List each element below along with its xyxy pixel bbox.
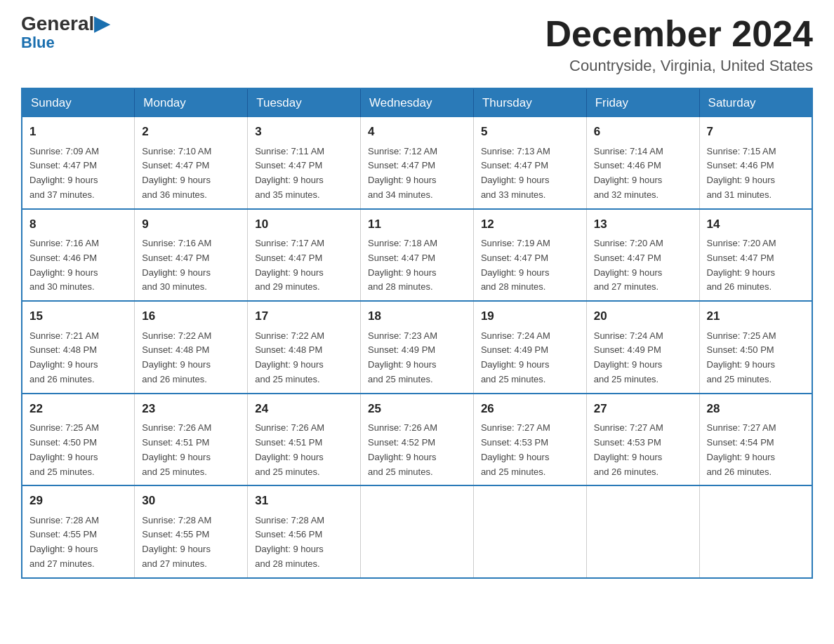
daylight-text: Daylight: 9 hours	[481, 267, 550, 278]
sunset-text: Sunset: 4:54 PM	[707, 437, 774, 448]
calendar-week-row: 8Sunrise: 7:16 AMSunset: 4:46 PMDaylight…	[22, 209, 812, 302]
day-info: Sunrise: 7:24 AMSunset: 4:49 PMDaylight:…	[594, 329, 692, 387]
sunrise-text: Sunrise: 7:10 AM	[142, 146, 211, 156]
sunset-text: Sunset: 4:51 PM	[142, 437, 209, 448]
logo: General▶ Blue	[21, 14, 110, 52]
daylight-text2: and 25 minutes.	[29, 467, 95, 477]
daylight-text2: and 26 minutes.	[707, 467, 772, 477]
day-number: 26	[481, 400, 579, 418]
sunset-text: Sunset: 4:55 PM	[29, 529, 97, 539]
daylight-text2: and 25 minutes.	[368, 374, 433, 384]
day-number: 12	[481, 215, 579, 234]
day-number: 23	[142, 400, 240, 418]
sunset-text: Sunset: 4:48 PM	[255, 344, 322, 355]
sunrise-text: Sunrise: 7:27 AM	[594, 422, 663, 433]
daylight-text: Daylight: 9 hours	[142, 544, 211, 554]
calendar-day-cell: 12Sunrise: 7:19 AMSunset: 4:47 PMDayligh…	[473, 209, 586, 302]
logo-general-word: General	[21, 13, 94, 34]
day-info: Sunrise: 7:28 AMSunset: 4:55 PMDaylight:…	[29, 514, 127, 572]
sunrise-text: Sunrise: 7:24 AM	[594, 330, 663, 341]
daylight-text2: and 26 minutes.	[142, 374, 207, 384]
day-info: Sunrise: 7:26 AMSunset: 4:52 PMDaylight:…	[368, 421, 466, 479]
daylight-text: Daylight: 9 hours	[481, 359, 550, 370]
calendar-day-cell: 24Sunrise: 7:26 AMSunset: 4:51 PMDayligh…	[248, 394, 361, 486]
daylight-text2: and 27 minutes.	[29, 558, 95, 569]
sunrise-text: Sunrise: 7:16 AM	[142, 238, 211, 248]
day-number: 25	[368, 400, 466, 418]
daylight-text2: and 25 minutes.	[707, 374, 772, 384]
calendar-day-cell: 14Sunrise: 7:20 AMSunset: 4:47 PMDayligh…	[699, 209, 812, 302]
day-info: Sunrise: 7:27 AMSunset: 4:53 PMDaylight:…	[481, 421, 579, 479]
day-info: Sunrise: 7:21 AMSunset: 4:48 PMDaylight:…	[29, 329, 127, 387]
daylight-text: Daylight: 9 hours	[255, 267, 324, 278]
daylight-text: Daylight: 9 hours	[142, 452, 211, 462]
calendar-day-cell: 2Sunrise: 7:10 AMSunset: 4:47 PMDaylight…	[135, 117, 248, 209]
day-info: Sunrise: 7:19 AMSunset: 4:47 PMDaylight:…	[481, 236, 579, 295]
calendar-empty-cell	[361, 485, 474, 578]
sunset-text: Sunset: 4:48 PM	[29, 344, 97, 355]
calendar-day-cell: 22Sunrise: 7:25 AMSunset: 4:50 PMDayligh…	[22, 394, 135, 486]
daylight-text: Daylight: 9 hours	[255, 359, 324, 370]
sunrise-text: Sunrise: 7:25 AM	[707, 330, 776, 341]
sunrise-text: Sunrise: 7:26 AM	[142, 422, 211, 433]
daylight-text2: and 36 minutes.	[142, 189, 207, 200]
sunset-text: Sunset: 4:55 PM	[142, 529, 209, 539]
day-number: 13	[594, 215, 692, 234]
day-info: Sunrise: 7:25 AMSunset: 4:50 PMDaylight:…	[707, 329, 805, 387]
calendar-empty-cell	[473, 485, 586, 578]
day-info: Sunrise: 7:20 AMSunset: 4:47 PMDaylight:…	[594, 236, 692, 295]
day-number: 21	[707, 307, 805, 326]
daylight-text: Daylight: 9 hours	[142, 175, 211, 185]
day-info: Sunrise: 7:28 AMSunset: 4:55 PMDaylight:…	[142, 514, 240, 572]
calendar-day-cell: 8Sunrise: 7:16 AMSunset: 4:46 PMDaylight…	[22, 209, 135, 302]
sunset-text: Sunset: 4:50 PM	[29, 437, 97, 448]
calendar-day-cell: 5Sunrise: 7:13 AMSunset: 4:47 PMDaylight…	[473, 117, 586, 209]
sunset-text: Sunset: 4:56 PM	[255, 529, 322, 539]
daylight-text2: and 25 minutes.	[594, 374, 659, 384]
logo-blue-accent: ▶	[94, 13, 110, 34]
day-info: Sunrise: 7:09 AMSunset: 4:47 PMDaylight:…	[29, 145, 127, 203]
calendar-day-cell: 20Sunrise: 7:24 AMSunset: 4:49 PMDayligh…	[586, 301, 699, 394]
daylight-text: Daylight: 9 hours	[594, 267, 663, 278]
day-info: Sunrise: 7:12 AMSunset: 4:47 PMDaylight:…	[368, 145, 466, 203]
sunrise-text: Sunrise: 7:26 AM	[368, 422, 437, 433]
sunset-text: Sunset: 4:47 PM	[29, 160, 97, 170]
sunrise-text: Sunrise: 7:23 AM	[368, 330, 437, 341]
sunrise-text: Sunrise: 7:28 AM	[255, 515, 324, 525]
calendar-day-cell: 3Sunrise: 7:11 AMSunset: 4:47 PMDaylight…	[248, 117, 361, 209]
sunset-text: Sunset: 4:47 PM	[368, 160, 435, 170]
calendar-day-cell: 16Sunrise: 7:22 AMSunset: 4:48 PMDayligh…	[135, 301, 248, 394]
daylight-text: Daylight: 9 hours	[707, 452, 776, 462]
daylight-text: Daylight: 9 hours	[368, 175, 437, 185]
sunset-text: Sunset: 4:47 PM	[255, 160, 322, 170]
sunrise-text: Sunrise: 7:21 AM	[29, 330, 99, 341]
day-number: 10	[255, 215, 353, 234]
sunset-text: Sunset: 4:47 PM	[707, 253, 774, 263]
sunrise-text: Sunrise: 7:26 AM	[255, 422, 324, 433]
day-number: 29	[29, 492, 127, 510]
sunrise-text: Sunrise: 7:28 AM	[142, 515, 211, 525]
day-info: Sunrise: 7:16 AMSunset: 4:46 PMDaylight:…	[29, 236, 127, 295]
day-number: 31	[255, 492, 353, 510]
daylight-text2: and 25 minutes.	[368, 467, 433, 477]
daylight-text: Daylight: 9 hours	[707, 175, 776, 185]
logo-general-text: General▶	[21, 14, 110, 34]
day-info: Sunrise: 7:26 AMSunset: 4:51 PMDaylight:…	[255, 421, 353, 479]
day-number: 7	[707, 123, 805, 141]
day-number: 28	[707, 400, 805, 418]
sunset-text: Sunset: 4:46 PM	[707, 160, 774, 170]
daylight-text2: and 30 minutes.	[29, 281, 95, 292]
calendar-day-cell: 7Sunrise: 7:15 AMSunset: 4:46 PMDaylight…	[699, 117, 812, 209]
sunrise-text: Sunrise: 7:16 AM	[29, 238, 99, 248]
calendar-day-cell: 31Sunrise: 7:28 AMSunset: 4:56 PMDayligh…	[248, 485, 361, 578]
calendar-empty-cell	[586, 485, 699, 578]
sunrise-text: Sunrise: 7:18 AM	[368, 238, 437, 248]
daylight-text2: and 32 minutes.	[594, 189, 659, 200]
sunset-text: Sunset: 4:47 PM	[142, 160, 209, 170]
daylight-text: Daylight: 9 hours	[255, 175, 324, 185]
day-info: Sunrise: 7:11 AMSunset: 4:47 PMDaylight:…	[255, 145, 353, 203]
sunset-text: Sunset: 4:47 PM	[481, 160, 548, 170]
calendar-day-cell: 25Sunrise: 7:26 AMSunset: 4:52 PMDayligh…	[361, 394, 474, 486]
sunset-text: Sunset: 4:53 PM	[481, 437, 548, 448]
daylight-text: Daylight: 9 hours	[29, 544, 98, 554]
